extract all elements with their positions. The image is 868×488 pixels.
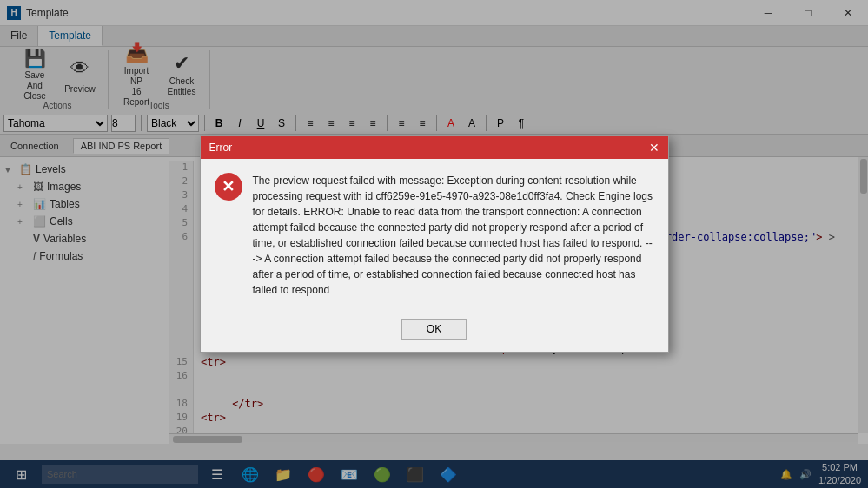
- dialog-footer: OK: [201, 312, 668, 352]
- dialog-overlay: Error ✕ ✕ The preview request failed wit…: [0, 0, 868, 488]
- dialog-title: Error: [209, 142, 233, 154]
- dialog-ok-button[interactable]: OK: [401, 319, 467, 340]
- dialog-message: The preview request failed with message:…: [253, 173, 654, 298]
- error-dialog: Error ✕ ✕ The preview request failed wit…: [200, 135, 669, 353]
- dialog-close-button[interactable]: ✕: [649, 142, 659, 154]
- dialog-body: ✕ The preview request failed with messag…: [201, 159, 668, 312]
- dialog-titlebar: Error ✕: [201, 136, 668, 159]
- error-icon: ✕: [215, 173, 242, 201]
